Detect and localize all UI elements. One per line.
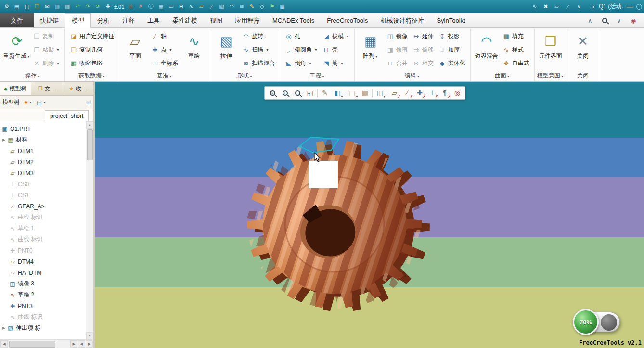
- axis-button[interactable]: ∕轴: [150, 30, 180, 43]
- zoom-in-icon[interactable]: +: [279, 87, 291, 99]
- hole-button[interactable]: ◎孔: [283, 30, 319, 43]
- tree-hscrollbar[interactable]: ◀ ▶ ◀ ▶: [0, 339, 93, 348]
- tab-tools[interactable]: 工具: [141, 13, 166, 27]
- close-window-icon[interactable]: ✕: [136, 2, 145, 12]
- tree-item-dtm3[interactable]: ▱DTM3: [0, 168, 86, 179]
- chamfer-button[interactable]: ◣倒角▼: [283, 57, 319, 70]
- tree-item-pnt0[interactable]: ✚PNT0: [0, 245, 86, 256]
- mesh-icon[interactable]: ▩: [277, 2, 287, 12]
- mirror-button[interactable]: ◫镜像: [385, 30, 409, 43]
- tree-item-pnt3[interactable]: ✚PNT3: [0, 300, 86, 311]
- tree-item-dtm1[interactable]: ▱DTM1: [0, 145, 86, 156]
- pane-right-icon[interactable]: ▶: [86, 340, 93, 348]
- spin-center-icon[interactable]: ◎: [451, 87, 464, 99]
- window-corner-icon[interactable]: ◯: [636, 3, 642, 10]
- datum-plane-icon[interactable]: ▱: [196, 2, 206, 12]
- tab-flexible-modeling[interactable]: 柔性建模: [166, 13, 204, 27]
- solidify-button[interactable]: ◆实体化: [437, 57, 467, 70]
- point-tool-icon[interactable]: ✖: [541, 2, 551, 12]
- layers-icon[interactable]: ▤: [12, 2, 22, 12]
- zoom-out-icon[interactable]: −: [291, 87, 304, 99]
- tree-item-sketch-1[interactable]: ∿草绘 1: [0, 223, 86, 234]
- merge-button[interactable]: ⊓合并: [385, 57, 409, 70]
- expand-ribbon-icon[interactable]: ∨: [614, 16, 624, 26]
- sketch-button[interactable]: ∿草绘: [180, 30, 207, 60]
- rib-button[interactable]: ◥筋▼: [321, 57, 351, 70]
- ribbon-group-label[interactable]: 基准▼: [119, 72, 210, 80]
- sweep-button[interactable]: ∿扫描▼: [241, 43, 276, 56]
- tab-folder-browser[interactable]: ❒文...: [31, 82, 63, 95]
- round-button[interactable]: ◞倒圆角▼: [283, 43, 319, 56]
- display-style-icon[interactable]: ◧▼: [331, 87, 344, 99]
- tab-shortcuts[interactable]: 快捷键: [34, 13, 65, 27]
- tree-item-curve-3[interactable]: ∿曲线 标识: [0, 311, 86, 322]
- tree-vscrollbar[interactable]: ▲ ▼: [86, 121, 93, 339]
- blend-icon[interactable]: ≋: [237, 2, 246, 12]
- expander-icon[interactable]: ▶: [1, 138, 7, 142]
- info-icon[interactable]: Ⓘ: [146, 2, 155, 12]
- tab-mech-design-library[interactable]: 机械设计特征库: [374, 13, 430, 27]
- spline-tool-icon[interactable]: ∿: [530, 2, 540, 12]
- flag-icon[interactable]: ⚑: [267, 2, 277, 12]
- csys-display-icon[interactable]: ⟂✗: [426, 87, 438, 99]
- ribbon-group-label[interactable]: 编辑▼: [355, 72, 470, 80]
- intersect-button[interactable]: ⊗相交: [411, 57, 435, 70]
- freestyle-button[interactable]: ❖自由式: [501, 57, 531, 70]
- progress-sphere[interactable]: 70%: [573, 309, 599, 335]
- project-button[interactable]: ↧投影: [437, 30, 467, 43]
- annotation-display-icon[interactable]: ¶✗: [438, 87, 451, 99]
- minimize-button[interactable]: —: [627, 3, 633, 10]
- expander-icon[interactable]: ▶: [1, 326, 7, 330]
- thicken-button[interactable]: ≡加厚: [437, 43, 467, 56]
- tree-settings-button[interactable]: ⊞: [86, 99, 91, 106]
- tree-columns-button[interactable]: ▤▼: [37, 99, 46, 106]
- boundary-blend-button[interactable]: ◠边界混合: [473, 30, 500, 60]
- tree-item-gear-a[interactable]: ∕GEAR_A>: [0, 201, 86, 212]
- tools-icon[interactable]: ✚: [103, 2, 113, 12]
- datum-curve-icon[interactable]: ∿: [186, 2, 196, 12]
- extrude-button[interactable]: ▧拉伸: [213, 30, 240, 60]
- regenerate-button[interactable]: ⟳重新生成▼: [3, 30, 30, 61]
- csys-button[interactable]: ⟂坐标系: [150, 57, 180, 70]
- sketcher-icon[interactable]: ✎: [247, 2, 257, 12]
- tab-view[interactable]: 视图: [204, 13, 229, 27]
- hscroll-thumb[interactable]: [9, 341, 55, 348]
- repaint-icon[interactable]: ✎: [319, 87, 331, 99]
- ribbon-group-label[interactable]: 工程▼: [280, 72, 354, 80]
- hscroll-track[interactable]: [8, 341, 70, 348]
- tree-item-cs0[interactable]: ⟂CS0: [0, 179, 86, 190]
- surface-icon[interactable]: ▧: [217, 2, 226, 12]
- windows-icon[interactable]: ▦: [156, 2, 166, 12]
- pattern-button[interactable]: ▦阵列▼: [357, 30, 384, 61]
- screen-gear-icon[interactable]: ⚙: [2, 2, 12, 12]
- draft-button[interactable]: ◢拔模▼: [321, 30, 351, 43]
- tab-model[interactable]: 模型: [65, 13, 91, 28]
- collapse-ribbon-icon[interactable]: ∧: [585, 16, 595, 26]
- tree-item-dtm2[interactable]: ▱DTM2: [0, 156, 86, 168]
- extend-button[interactable]: ↦延伸: [411, 30, 435, 43]
- revolve-button[interactable]: ◠旋转: [241, 30, 276, 43]
- search-icon[interactable]: [600, 16, 609, 26]
- frame-icon[interactable]: ▭: [166, 2, 176, 12]
- component-interface-button[interactable]: ❒元件界面: [537, 30, 564, 60]
- trim-button[interactable]: ◨修剪: [385, 43, 409, 56]
- delete-button[interactable]: ✕删除▼: [31, 57, 61, 70]
- scroll-up-icon[interactable]: ▲: [86, 121, 93, 129]
- tab-applications[interactable]: 应用程序: [229, 13, 266, 27]
- fill-button[interactable]: ▦填充: [501, 30, 531, 43]
- save-icon[interactable]: ▥: [52, 2, 62, 12]
- open-folder-icon[interactable]: ❒: [32, 2, 42, 12]
- tree-item-material[interactable]: ▶▦材料: [0, 134, 86, 145]
- tab-annotate[interactable]: 注释: [116, 13, 141, 27]
- section-icon[interactable]: ◫▼: [374, 87, 386, 99]
- arc-icon[interactable]: ◠: [227, 2, 236, 12]
- axis-display-icon[interactable]: ∕✗: [401, 87, 413, 99]
- vscroll-thumb[interactable]: [87, 129, 93, 160]
- ribbon-group-label[interactable]: 获取数据▼: [65, 72, 119, 80]
- measure-icon[interactable]: ≣: [126, 2, 135, 12]
- point-button[interactable]: ✚点▼: [150, 43, 180, 56]
- shell-button[interactable]: ⊔壳: [321, 43, 351, 56]
- tree-item-cs1[interactable]: ⟂CS1: [0, 190, 86, 201]
- view-manager-icon[interactable]: ▥: [359, 87, 371, 99]
- point-display-icon[interactable]: ✚✗: [413, 87, 426, 99]
